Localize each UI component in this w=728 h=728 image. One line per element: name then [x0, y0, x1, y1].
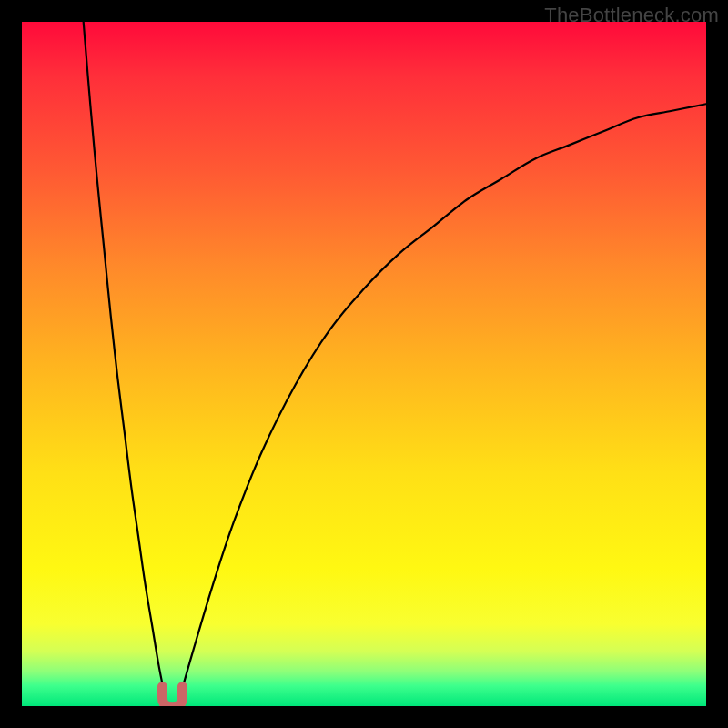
- curve-right-branch: [179, 104, 706, 699]
- chart-frame: TheBottleneck.com: [0, 0, 728, 728]
- curve-left-branch: [84, 22, 166, 699]
- plot-area: [22, 22, 706, 706]
- optimum-marker: [162, 687, 182, 706]
- bottleneck-curve: [22, 22, 706, 706]
- watermark-text: TheBottleneck.com: [544, 4, 719, 27]
